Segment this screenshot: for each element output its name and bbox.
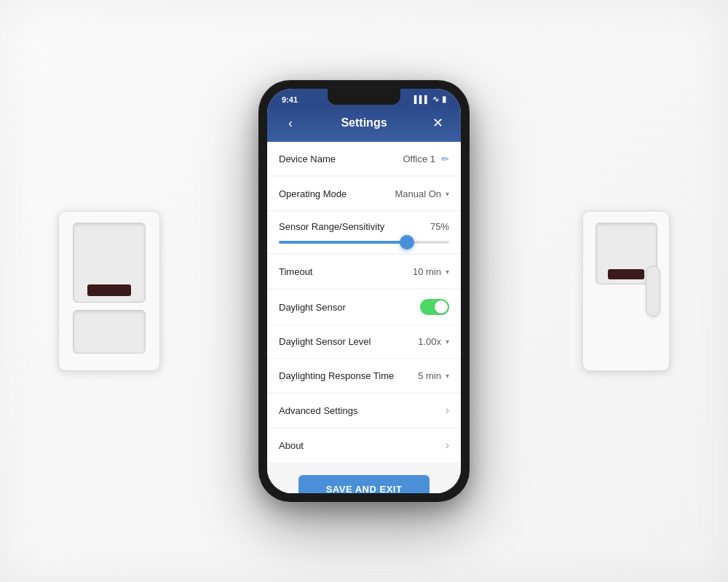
phone-notch — [328, 89, 400, 105]
nav-bar: ‹ Settings ✕ — [267, 107, 461, 142]
signal-icon: ▌▌▌ — [414, 95, 430, 103]
operating-mode-dropdown-icon: ▾ — [446, 190, 449, 198]
operating-mode-section: Operating Mode Manual On ▾ — [267, 177, 461, 210]
timeout-dropdown-icon: ▾ — [446, 268, 449, 276]
daylight-sensor-toggle[interactable] — [420, 299, 449, 315]
left-switch-body — [73, 223, 146, 303]
right-switch-plate — [582, 211, 670, 371]
advanced-settings-label: Advanced Settings — [279, 405, 357, 416]
about-row[interactable]: About › — [267, 428, 461, 462]
close-button[interactable]: ✕ — [427, 113, 448, 133]
slider-track[interactable] — [279, 241, 449, 244]
about-label: About — [279, 440, 304, 451]
device-name-section: Device Name Office 1 ✏ — [267, 142, 461, 175]
device-name-row: Device Name Office 1 ✏ — [267, 142, 461, 175]
left-switch-plate — [58, 211, 160, 371]
operating-mode-value-container: Manual On ▾ — [395, 188, 449, 199]
advanced-settings-section: Advanced Settings › — [267, 394, 461, 427]
phone-frame: 9:41 ▌▌▌ ∿ ▮ ‹ Settings ✕ — [258, 80, 470, 502]
about-section: About › — [267, 428, 461, 462]
timeout-label: Timeout — [279, 266, 312, 277]
edit-icon[interactable]: ✏ — [441, 154, 449, 164]
timeout-value-container: 10 min ▾ — [413, 266, 449, 277]
daylighting-response-label: Daylighting Response Time — [279, 370, 394, 381]
daylight-sensor-section: Daylight Sensor Daylight Sensor Level 1.… — [267, 290, 461, 392]
operating-mode-row[interactable]: Operating Mode Manual On ▾ — [267, 177, 461, 210]
response-time-dropdown-icon: ▾ — [446, 372, 449, 380]
save-button[interactable]: SAVE AND EXIT — [298, 475, 430, 493]
right-switch-handle — [646, 266, 660, 316]
daylighting-response-value-container: 5 min ▾ — [418, 370, 449, 381]
left-switch-bottom — [73, 310, 146, 354]
phone-container: 9:41 ▌▌▌ ∿ ▮ ‹ Settings ✕ — [258, 80, 470, 502]
device-name-value: Office 1 — [403, 154, 435, 164]
status-icons: ▌▌▌ ∿ ▮ — [414, 95, 446, 104]
device-name-value-container: Office 1 ✏ — [403, 154, 449, 164]
slider-fill — [279, 241, 407, 244]
daylight-sensor-row: Daylight Sensor — [267, 290, 461, 325]
left-sensor-bar — [87, 284, 131, 296]
right-sensor-bar — [608, 269, 644, 279]
about-chevron: › — [446, 439, 449, 452]
wifi-icon: ∿ — [432, 95, 439, 104]
daylight-sensor-level-value: 1.00x — [418, 336, 441, 347]
operating-mode-label: Operating Mode — [279, 188, 347, 199]
battery-icon: ▮ — [442, 95, 446, 104]
daylight-sensor-level-label: Daylight Sensor Level — [279, 336, 371, 347]
daylighting-response-value: 5 min — [418, 370, 441, 381]
daylight-sensor-level-value-container: 1.00x ▾ — [418, 336, 449, 347]
daylight-level-dropdown-icon: ▾ — [446, 338, 449, 346]
timeout-row[interactable]: Timeout 10 min ▾ — [267, 255, 461, 288]
slider-header: Sensor Range/Sensitivity 75% — [279, 221, 449, 232]
daylighting-response-row[interactable]: Daylighting Response Time 5 min ▾ — [267, 359, 461, 392]
timeout-section: Timeout 10 min ▾ — [267, 255, 461, 288]
timeout-value: 10 min — [413, 266, 441, 277]
device-name-label: Device Name — [279, 154, 336, 164]
advanced-settings-row[interactable]: Advanced Settings › — [267, 394, 461, 427]
advanced-settings-chevron: › — [446, 404, 449, 417]
back-button[interactable]: ‹ — [280, 113, 301, 133]
operating-mode-value: Manual On — [395, 188, 441, 199]
phone-screen: 9:41 ▌▌▌ ∿ ▮ ‹ Settings ✕ — [267, 89, 461, 493]
daylight-sensor-label: Daylight Sensor — [279, 302, 346, 313]
status-time: 9:41 — [282, 95, 298, 104]
daylight-sensor-level-row[interactable]: Daylight Sensor Level 1.00x ▾ — [267, 325, 461, 359]
save-section: SAVE AND EXIT — [267, 463, 461, 493]
sensor-range-value: 75% — [430, 221, 449, 232]
page-title: Settings — [341, 116, 387, 129]
sensor-range-section: Sensor Range/Sensitivity 75% — [267, 212, 461, 253]
settings-content: Device Name Office 1 ✏ Operating Mode Ma… — [267, 142, 461, 493]
sensor-range-label: Sensor Range/Sensitivity — [279, 221, 384, 232]
slider-thumb[interactable] — [400, 235, 414, 250]
